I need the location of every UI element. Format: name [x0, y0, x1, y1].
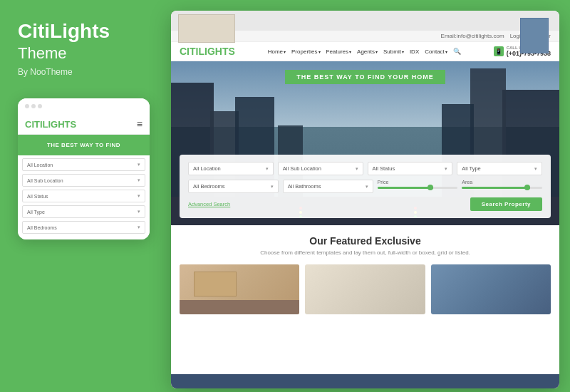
price-label: Price	[378, 180, 458, 185]
featured-card-1[interactable]	[180, 264, 299, 314]
mobile-status-label: All Status	[27, 194, 48, 199]
brand-subtitle: Theme	[18, 44, 150, 63]
mobile-search-form: All Location ▾ All Sub Location ▾ All St…	[18, 155, 150, 239]
featured-grid	[180, 264, 551, 314]
mobile-dot-1	[25, 104, 29, 108]
bedrooms-arrow-icon: ▾	[271, 184, 274, 190]
topbar-email: Email:info@citilights.com	[441, 33, 504, 39]
price-slider-fill	[378, 187, 434, 189]
featured-subtitle: Choose from different templates and lay …	[180, 249, 551, 256]
mobile-window-dots	[25, 104, 42, 108]
mobile-hero-section: THE BEST WAY TO FIND	[18, 135, 150, 155]
mobile-hero-text: THE BEST WAY TO FIND	[25, 142, 142, 148]
mobile-nav: CITILIGHTS ≡	[18, 114, 150, 135]
mobile-top-bar	[18, 98, 150, 114]
search-bottom-row: Advanced Search Search Property	[188, 197, 542, 211]
home-dropdown-icon: ▾	[284, 49, 286, 54]
location-select[interactable]: All Location ▾	[188, 162, 274, 175]
logo-lights: LIGHTS	[198, 46, 234, 57]
mobile-dot-3	[38, 104, 42, 108]
search-row-2: All Bedrooms ▾ All Bathrooms ▾ Price	[188, 180, 542, 193]
left-panel: CitiLights Theme By NooTheme CITILIGHTS …	[0, 0, 167, 392]
site-logo: CITILIGHTS	[180, 46, 235, 57]
features-dropdown-icon: ▾	[349, 49, 351, 54]
status-label: All Status	[373, 165, 395, 172]
brand-name: CitiLights Theme By NooTheme	[18, 21, 150, 77]
mobile-bedrooms-arrow-icon: ▾	[138, 225, 140, 230]
type-label: All Type	[462, 165, 481, 172]
price-slider[interactable]	[378, 187, 458, 189]
desktop-site: Email:info@citilights.com Login Register…	[171, 31, 559, 388]
area-slider[interactable]	[462, 187, 542, 189]
mobile-location-arrow-icon: ▾	[138, 162, 140, 167]
search-property-button[interactable]: Search Property	[470, 197, 542, 211]
status-select[interactable]: All Status ▾	[368, 162, 453, 175]
area-slider-thumb[interactable]	[524, 185, 530, 190]
mobile-bedrooms-label: All Bedrooms	[27, 225, 57, 230]
type-arrow-icon: ▾	[534, 166, 537, 172]
brand-by: By NooTheme	[18, 67, 150, 77]
mobile-dot-2	[31, 104, 36, 108]
property-image-3	[431, 264, 551, 314]
property-image-2	[305, 264, 425, 314]
bedrooms-select[interactable]: All Bedrooms ▾	[188, 180, 279, 193]
mobile-sublocation-label: All Sub Location	[27, 178, 63, 183]
mobile-select-location[interactable]: All Location ▾	[22, 158, 145, 171]
nav-home[interactable]: Home ▾	[268, 48, 286, 55]
featured-section: Our Featured Exclusive Choose from diffe…	[171, 225, 559, 320]
advanced-search-link[interactable]: Advanced Search	[188, 201, 230, 207]
properties-dropdown-icon: ▾	[318, 49, 321, 54]
mobile-mockup: CITILIGHTS ≡ THE BEST WAY TO FIND All Lo…	[18, 98, 150, 239]
sublocation-select[interactable]: All Sub Location ▾	[278, 162, 363, 175]
nav-submit[interactable]: Submit ▾	[383, 48, 404, 55]
location-label: All Location	[193, 165, 221, 172]
status-arrow-icon: ▾	[445, 166, 447, 172]
mobile-sublocation-arrow-icon: ▾	[138, 177, 140, 183]
mobile-logo: CITILIGHTS	[25, 119, 76, 130]
bathrooms-arrow-icon: ▾	[366, 184, 368, 190]
price-slider-thumb[interactable]	[428, 185, 433, 190]
search-form-overlay: All Location ▾ All Sub Location ▾ All St…	[180, 155, 551, 218]
mobile-logo-citi: CITI	[25, 119, 43, 130]
price-section: Price	[378, 180, 458, 193]
phone-icon: 📱	[494, 46, 504, 56]
sublocation-label: All Sub Location	[283, 165, 321, 172]
search-icon[interactable]: 🔍	[453, 48, 461, 55]
featured-card-2[interactable]	[305, 264, 425, 314]
search-row-1: All Location ▾ All Sub Location ▾ All St…	[188, 162, 542, 175]
mobile-select-type[interactable]: All Type ▾	[22, 205, 145, 218]
mobile-select-bedrooms[interactable]: All Bedrooms ▾	[22, 221, 145, 234]
area-section: Area	[462, 180, 542, 193]
mobile-location-label: All Location	[27, 163, 53, 167]
main-nav-links: Home ▾ Properties ▾ Features ▾ Agents ▾ …	[268, 48, 461, 55]
logo-citi: CITI	[180, 46, 198, 57]
hamburger-icon[interactable]: ≡	[137, 118, 142, 130]
mobile-type-arrow-icon: ▾	[138, 209, 140, 215]
hero-section: THE BEST WAY TO FIND YOUR HOME All Locat…	[171, 61, 559, 225]
nav-features[interactable]: Features ▾	[326, 48, 352, 55]
desktop-mockup: Email:info@citilights.com Login Register…	[171, 11, 559, 388]
mobile-select-status[interactable]: All Status ▾	[22, 190, 145, 202]
area-label: Area	[462, 180, 542, 185]
featured-card-3[interactable]	[431, 264, 551, 314]
area-slider-fill	[462, 187, 530, 189]
property-image-1	[180, 264, 299, 314]
submit-dropdown-icon: ▾	[402, 49, 404, 54]
mobile-logo-lights: LIGHTS	[43, 119, 77, 130]
agents-dropdown-icon: ▾	[375, 49, 378, 54]
sublocation-arrow-icon: ▾	[356, 166, 358, 172]
nav-contact[interactable]: Contact ▾	[425, 48, 447, 55]
brand-title: CitiLights	[18, 21, 150, 41]
mobile-select-sublocation[interactable]: All Sub Location ▾	[22, 174, 145, 187]
mobile-type-label: All Type	[27, 210, 45, 215]
nav-idx[interactable]: IDX	[410, 48, 419, 55]
bathrooms-select[interactable]: All Bathrooms ▾	[283, 180, 373, 193]
nav-agents[interactable]: Agents ▾	[357, 48, 378, 55]
nav-properties[interactable]: Properties ▾	[291, 48, 320, 55]
location-arrow-icon: ▾	[266, 166, 269, 172]
type-select[interactable]: All Type ▾	[457, 162, 542, 175]
featured-title: Our Featured Exclusive	[180, 235, 551, 247]
hero-content: THE BEST WAY TO FIND YOUR HOME	[171, 61, 559, 91]
bathrooms-label: All Bathrooms	[288, 183, 321, 190]
site-nav: CITILIGHTS Home ▾ Properties ▾ Features …	[171, 42, 559, 61]
